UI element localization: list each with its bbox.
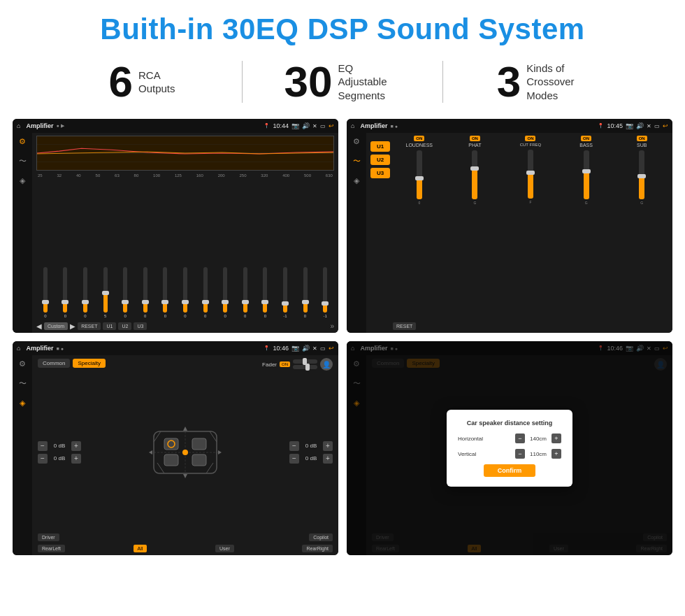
wave-icon-2[interactable]: 〜	[353, 156, 361, 166]
cross-row-headers: ON LOUDNESS 0 ON PHAT G ON	[393, 136, 668, 205]
dialog-overlay: Car speaker distance setting Horizontal …	[347, 341, 672, 555]
horizontal-plus[interactable]: +	[551, 434, 561, 443]
eq-slider-10[interactable]: 0	[236, 267, 254, 318]
pin-icon-3: 📍	[264, 345, 270, 351]
minus-rt[interactable]: −	[289, 441, 299, 451]
vol-icon-s1[interactable]: ◈	[20, 176, 25, 185]
screen-eq: ⌂ Amplifier ● ▶ 📍 10:44 📷 🔊 ✕ ▭ ↩ ⚙ 〜 ◈	[13, 119, 338, 333]
screen2-content: ⚙ 〜 ◈ U1 U2 U3 ON LOUDNESS 0	[347, 133, 672, 333]
status-dot-play: ● ▶	[56, 123, 64, 129]
eq-slider-6[interactable]: 0	[157, 267, 175, 318]
eq-slider-4[interactable]: 0	[116, 267, 134, 318]
eq-preset-custom[interactable]: Custom	[44, 322, 68, 330]
vol-left: − 0 dB + − 0 dB +	[38, 441, 81, 464]
ch-sub: ON SUB G	[615, 136, 668, 205]
eq-slider-13[interactable]: 0	[296, 267, 315, 318]
app-title-3: Amplifier	[26, 345, 53, 352]
home-icon-1[interactable]: ⌂	[17, 122, 20, 129]
minus-lb[interactable]: −	[38, 454, 48, 464]
eq-slider-14[interactable]: -1	[316, 267, 334, 318]
vertical-minus[interactable]: −	[515, 449, 525, 459]
eq-panel: 253240506380100125160200250320400500630 …	[32, 133, 338, 333]
eq-icon-1[interactable]: ⚙	[19, 137, 26, 146]
eq-slider-5[interactable]: 0	[136, 267, 154, 318]
btn-rearleft[interactable]: RearLeft	[38, 545, 65, 552]
preset-u3[interactable]: U3	[370, 168, 390, 178]
crossover-controls: ON LOUDNESS 0 ON PHAT G ON	[393, 136, 668, 330]
vol-row-rb: − 0 dB +	[289, 454, 333, 464]
eq-nav: ◀ Custom ▶ RESET U1 U2 U3 »	[36, 322, 334, 330]
preset-u2[interactable]: U2	[370, 155, 390, 165]
tab-specialty[interactable]: Specialty	[73, 359, 105, 368]
eq-slider-3[interactable]: 5	[96, 267, 115, 318]
svg-rect-11	[164, 454, 178, 466]
vol-icon-s3[interactable]: ◈	[20, 399, 25, 408]
plus-lt[interactable]: +	[71, 441, 81, 451]
eq-slider-0[interactable]: 0	[36, 267, 55, 318]
tab-common[interactable]: Common	[38, 359, 70, 368]
vertical-label: Vertical	[458, 451, 476, 457]
eq-slider-1[interactable]: 0	[57, 267, 75, 318]
eq-slider-7[interactable]: 0	[176, 267, 194, 318]
sidebar-1: ⚙ 〜 ◈	[13, 133, 32, 333]
eq-u3-btn[interactable]: U3	[134, 322, 147, 330]
wave-icon-1[interactable]: 〜	[19, 156, 27, 166]
car-layout: − 0 dB + − 0 dB +	[38, 374, 333, 530]
eq-slider-9[interactable]: 0	[216, 267, 234, 318]
btn-driver[interactable]: Driver	[38, 533, 59, 541]
btn-all[interactable]: All	[134, 545, 147, 552]
pin-icon-2: 📍	[598, 123, 604, 129]
btn-user[interactable]: User	[215, 545, 234, 552]
minus-lt[interactable]: −	[38, 441, 48, 451]
back-icon-3[interactable]: ↩	[329, 345, 334, 352]
btn-rearright[interactable]: RearRight	[302, 545, 333, 552]
fader-right: Fader ON 👤	[262, 358, 333, 371]
eq-slider-12[interactable]: -1	[276, 267, 294, 318]
eq-icon-3[interactable]: ⚙	[19, 359, 26, 368]
plus-lb[interactable]: +	[71, 454, 81, 464]
vol-icon-s2[interactable]: ◈	[354, 176, 359, 185]
plus-rb[interactable]: +	[323, 454, 333, 464]
eq-u2-btn[interactable]: U2	[118, 322, 131, 330]
cross-reset-btn[interactable]: RESET	[393, 322, 416, 330]
fader-tabs: Common Specialty	[38, 359, 106, 368]
back-icon-2[interactable]: ↩	[663, 122, 668, 129]
svg-line-7	[157, 463, 164, 473]
plus-rt[interactable]: +	[323, 441, 333, 451]
dialog-row-h: Horizontal − 140cm +	[458, 434, 561, 443]
sidebar-2: ⚙ 〜 ◈	[347, 133, 366, 333]
wave-icon-3[interactable]: 〜	[19, 378, 27, 389]
confirm-button[interactable]: Confirm	[484, 464, 536, 477]
sidebar-3: ⚙ 〜 ◈	[13, 355, 32, 555]
vertical-control[interactable]: − 110cm +	[515, 449, 561, 459]
vol-icon-2: 🔊	[636, 122, 644, 129]
vertical-plus[interactable]: +	[551, 449, 561, 459]
eq-freq-labels: 253240506380100125160200250320400500630	[36, 173, 334, 178]
eq-slider-11[interactable]: 0	[257, 267, 275, 318]
horizontal-control[interactable]: − 140cm +	[515, 434, 561, 443]
stats-row: 6 RCA Outputs 30 EQ Adjustable Segments …	[0, 53, 685, 115]
vol-row-rt: − 0 dB +	[289, 441, 333, 451]
val-lb: 0 dB	[50, 455, 69, 461]
ch-cutfreq: ON CUT FREQ F	[504, 136, 557, 205]
home-icon-2[interactable]: ⌂	[351, 122, 354, 129]
btn-copilot[interactable]: Copilot	[309, 533, 333, 541]
eq-u1-btn[interactable]: U1	[103, 322, 116, 330]
horizontal-minus[interactable]: −	[515, 434, 525, 443]
cam-icon-1: 📷	[291, 122, 299, 129]
crossover-presets: U1 U2 U3	[370, 136, 390, 330]
eq-next[interactable]: ▶	[70, 322, 75, 330]
back-icon-1[interactable]: ↩	[329, 122, 334, 129]
eq-reset-btn[interactable]: RESET	[78, 322, 101, 330]
eq-slider-8[interactable]: 0	[196, 267, 215, 318]
car-diagram	[84, 421, 287, 484]
eq-icon-2[interactable]: ⚙	[353, 137, 360, 146]
minus-rb[interactable]: −	[289, 454, 299, 464]
eq-expand-icon[interactable]: »	[330, 322, 334, 330]
eq-prev[interactable]: ◀	[36, 322, 42, 330]
preset-u1[interactable]: U1	[370, 141, 390, 152]
crossover-panel: U1 U2 U3 ON LOUDNESS 0 ON P	[366, 133, 672, 333]
x-icon-2: ✕	[647, 123, 651, 129]
home-icon-3[interactable]: ⌂	[17, 345, 20, 352]
eq-slider-2[interactable]: 0	[76, 267, 94, 318]
